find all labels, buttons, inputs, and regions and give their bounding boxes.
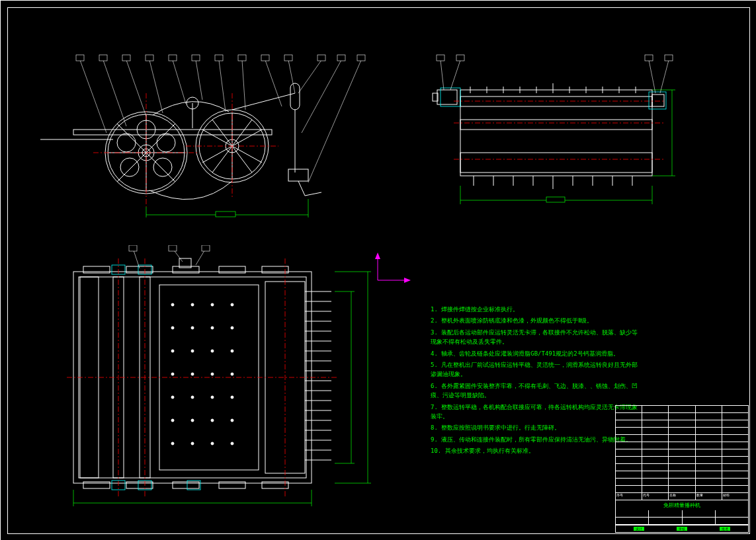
svg-rect-64: [357, 55, 365, 61]
svg-point-145: [231, 442, 233, 445]
svg-point-10: [153, 158, 172, 176]
svg-marker-203: [404, 278, 411, 283]
svg-rect-21: [73, 130, 272, 135]
svg-point-143: [191, 442, 194, 445]
note-line: 9. 液压、传动和连接件装配时，所有零部件应保持清洁无油污、异物附着。: [431, 435, 642, 444]
svg-line-104: [441, 60, 444, 90]
svg-rect-52: [76, 55, 84, 61]
technical-notes: 1. 焊接件焊缝按企业标准执行。 2. 整机外表面喷涂防锈底漆和色漆，外观颜色不…: [431, 305, 642, 457]
svg-rect-58: [215, 55, 223, 61]
note-line: 2. 整机外表面喷涂防锈底漆和色漆，外观颜色不得低于Ⅱ级。: [431, 316, 642, 325]
note-line: 3. 装配后各运动部件应运转灵活无卡滞，各联接件不允许松动、脱落、缺少等现象不得…: [431, 328, 642, 347]
svg-line-47: [265, 60, 282, 106]
bom-col: 序号: [616, 493, 642, 500]
bom-col: 材料: [722, 493, 748, 500]
note-line: 6. 各外露紧固件安装整齐牢靠，不得有毛刺、飞边、脱漆、、锈蚀、划伤、凹痕、污迹…: [431, 381, 642, 401]
svg-point-9: [157, 134, 175, 152]
svg-point-142: [171, 442, 174, 445]
svg-line-48: [288, 60, 295, 93]
svg-rect-59: [238, 55, 246, 61]
svg-rect-53: [99, 55, 107, 61]
svg-rect-26: [288, 169, 308, 181]
svg-line-40: [103, 60, 126, 126]
svg-point-140: [211, 419, 214, 422]
svg-rect-55: [146, 55, 153, 61]
svg-rect-109: [456, 55, 464, 61]
svg-point-137: [231, 396, 233, 399]
svg-line-49: [298, 60, 321, 93]
title-block: 序号 代号 名称 数量 材料 免耕精量播种机 设计 审核 批准: [615, 405, 749, 533]
svg-rect-63: [337, 55, 345, 61]
svg-point-119: [191, 303, 194, 306]
svg-point-125: [231, 327, 233, 329]
svg-line-105: [450, 60, 460, 90]
svg-rect-198: [169, 245, 177, 251]
svg-line-107: [660, 60, 669, 93]
note-line: 1. 焊接件焊缝按企业标准执行。: [431, 305, 642, 314]
svg-point-127: [191, 350, 194, 352]
svg-line-51: [308, 60, 361, 182]
svg-line-50: [302, 60, 341, 133]
note-line: 10. 其余技术要求，均执行有关标准。: [431, 446, 642, 455]
svg-line-39: [80, 60, 106, 133]
bom-col: 数量: [696, 493, 722, 500]
svg-rect-54: [122, 55, 130, 61]
svg-rect-62: [317, 55, 325, 61]
svg-line-194: [133, 249, 140, 268]
front-elevation-view: [414, 54, 679, 212]
svg-point-11: [120, 158, 139, 176]
svg-rect-65: [460, 90, 652, 176]
svg-rect-57: [192, 55, 200, 61]
svg-rect-199: [202, 245, 210, 251]
svg-rect-56: [169, 55, 177, 61]
svg-rect-60: [261, 55, 269, 61]
svg-rect-89: [437, 90, 457, 104]
svg-line-45: [219, 60, 226, 112]
svg-point-128: [211, 350, 214, 352]
svg-rect-24: [290, 83, 300, 110]
svg-point-120: [211, 303, 214, 306]
bom-col: 名称: [669, 493, 695, 500]
svg-rect-66: [460, 96, 652, 106]
svg-point-129: [231, 350, 233, 352]
svg-point-122: [171, 327, 174, 329]
axis-indicator: [371, 251, 417, 290]
svg-point-12: [117, 134, 136, 152]
svg-point-130: [171, 373, 174, 375]
svg-rect-67: [460, 120, 652, 130]
svg-line-27: [298, 181, 305, 196]
svg-point-139: [191, 419, 194, 422]
svg-point-136: [211, 396, 214, 399]
svg-rect-61: [284, 55, 292, 61]
svg-line-23: [232, 93, 295, 110]
svg-rect-91: [652, 95, 664, 106]
drawing-sheet: 1. 焊接件焊缝按企业标准执行。 2. 整机外表面喷涂防锈底漆和色漆，外观颜色不…: [0, 0, 756, 540]
svg-rect-197: [129, 245, 137, 251]
note-line: 7. 整数运转平稳，各机构配合联接应可靠，待各运转机构均应灵活无卡滞现象装牢。: [431, 403, 642, 422]
svg-rect-108: [437, 55, 444, 61]
svg-point-121: [231, 303, 233, 306]
svg-point-138: [171, 419, 174, 422]
side-elevation-view: [21, 54, 391, 219]
drawing-title: 免耕精量播种机: [616, 500, 748, 510]
svg-rect-68: [460, 153, 652, 173]
svg-point-126: [171, 350, 174, 352]
title-footer: 设计 审核 批准: [616, 525, 748, 532]
plan-view: [40, 245, 398, 510]
svg-line-41: [126, 60, 146, 116]
bom-col: 代号: [642, 493, 669, 500]
note-line: 4. 轴承、齿轮及链条处应灌装润滑脂GB/T491规定的2号钙基润滑脂。: [431, 349, 642, 358]
svg-line-106: [649, 60, 655, 93]
svg-point-132: [211, 373, 214, 375]
svg-point-141: [231, 419, 233, 422]
svg-point-131: [191, 373, 194, 375]
svg-line-42: [149, 60, 163, 113]
svg-point-135: [191, 396, 194, 399]
svg-rect-38: [216, 212, 235, 217]
svg-point-144: [211, 442, 214, 445]
svg-marker-202: [375, 252, 380, 259]
svg-rect-110: [645, 55, 653, 61]
svg-point-118: [171, 303, 174, 306]
svg-point-134: [171, 396, 174, 399]
svg-point-133: [231, 373, 233, 375]
